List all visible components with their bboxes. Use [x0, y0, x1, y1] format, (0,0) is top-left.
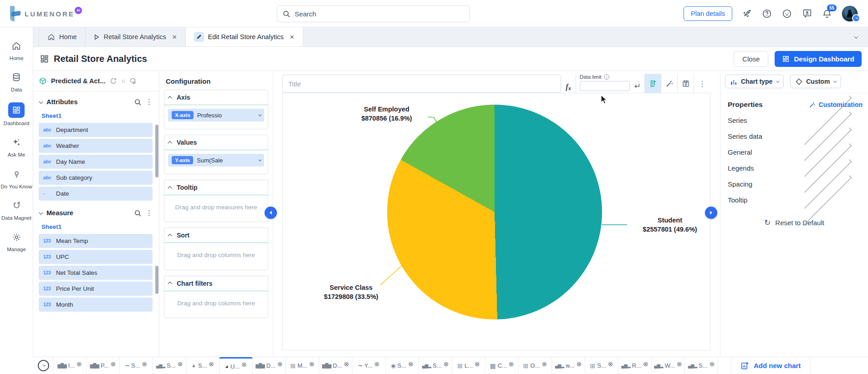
rail-item-data-magnet[interactable]: Data Magnet [0, 195, 32, 225]
lumenore-logo[interactable]: LUMENORE AI [10, 6, 75, 21]
tooltip-section-header[interactable]: Tooltip [164, 180, 268, 195]
magic-wand-icon[interactable] [661, 74, 678, 94]
pie-chart[interactable] [387, 105, 602, 319]
notifications-bell-icon[interactable]: 55 [822, 8, 832, 19]
search-input[interactable] [295, 10, 464, 18]
chart-tab[interactable]: S...⊗ [186, 357, 220, 374]
measure-item[interactable]: 123UPC [39, 250, 153, 264]
close-chart-icon[interactable]: ⊗ [241, 361, 247, 368]
close-chart-icon[interactable]: ⊗ [541, 360, 547, 368]
sort-icon[interactable]: ↑↓ [121, 78, 125, 84]
chart-tab[interactable]: w...⊗ [551, 357, 585, 374]
measures-scrollbar[interactable] [155, 266, 158, 294]
custom-dropdown[interactable]: Custom [790, 75, 841, 88]
close-chart-icon[interactable]: ⊗ [408, 360, 414, 368]
chart-tab[interactable]: M...⊗ [286, 357, 319, 374]
measure-item[interactable]: 123Price Per Unit [39, 282, 153, 296]
attribute-item[interactable]: abcSub category [39, 171, 153, 185]
close-chart-icon[interactable]: ⊗ [309, 360, 315, 368]
chart-tab[interactable]: S...⊗ [585, 357, 618, 374]
chart-filters-dropzone[interactable]: Drag and drop columns here [168, 295, 264, 314]
sort-dropzone[interactable]: Drag and drop columns here [168, 247, 264, 266]
sort-section-header[interactable]: Sort [164, 228, 268, 243]
design-dashboard-button[interactable]: Design Dashboard [775, 51, 862, 67]
rail-item-do-you-know[interactable]: Do You Know [0, 164, 32, 193]
search-icon[interactable] [134, 99, 141, 106]
close-chart-icon[interactable]: ⊗ [344, 360, 349, 368]
measure-item[interactable]: 123Mean Temp [39, 234, 153, 248]
chart-filters-section-header[interactable]: Chart filters [164, 276, 268, 291]
chart-tab[interactable]: D...⊗ [252, 357, 286, 374]
close-chart-icon[interactable]: ⊗ [209, 360, 214, 368]
close-chart-icon[interactable]: ⊗ [374, 360, 380, 368]
info-icon[interactable]: i [604, 74, 609, 80]
help-icon[interactable] [761, 8, 772, 19]
global-search[interactable] [277, 5, 470, 22]
plan-details-button[interactable]: Plan details [684, 6, 732, 21]
property-tooltip[interactable]: Tooltip [720, 192, 868, 208]
chart-tab[interactable]: D...⊗ [319, 357, 352, 374]
rail-item-data[interactable]: Data [0, 67, 32, 96]
dataset-settings-icon[interactable] [129, 77, 137, 85]
chart-tab[interactable]: S...⊗ [419, 357, 452, 374]
chart-tab[interactable]: W...⊗ [651, 357, 685, 374]
data-limit-input[interactable] [580, 81, 630, 91]
chart-tab[interactable]: S...⊗ [385, 357, 419, 374]
refresh-icon[interactable] [110, 77, 117, 85]
close-chart-icon[interactable]: ⊗ [710, 360, 715, 368]
close-chart-icon[interactable]: ⊗ [77, 360, 82, 368]
feedback-icon[interactable] [802, 8, 812, 19]
chart-type-dropdown[interactable]: Chart type [725, 75, 784, 88]
attributes-scrollbar[interactable] [155, 125, 158, 177]
sheet-link[interactable]: Sheet1 [33, 109, 159, 121]
kebab-menu-icon[interactable]: ⋮ [694, 74, 710, 94]
collapse-bar-icon[interactable] [38, 360, 49, 371]
chart-tab-active[interactable]: U...⊗ [219, 357, 253, 374]
previous-chart-arrow[interactable] [265, 207, 277, 219]
chart-tab[interactable]: R...⊗ [618, 357, 652, 374]
close-chart-icon[interactable]: ⊗ [111, 360, 116, 368]
rocket-icon[interactable] [741, 8, 752, 19]
measure-item[interactable]: 123Month [39, 298, 153, 312]
close-chart-icon[interactable]: ⊗ [277, 360, 283, 368]
add-new-chart-button[interactable]: Add new chart [731, 357, 810, 374]
values-section-header[interactable]: Values [164, 135, 268, 150]
attributes-header[interactable]: Attributes ⋮ [33, 91, 159, 109]
attribute-item[interactable]: abcDay Name [39, 155, 153, 169]
chart-tab[interactable]: S...⊗ [684, 357, 718, 374]
tab-retail-store-analytics[interactable]: Retail Store Analytics ✕ [86, 27, 186, 46]
close-button[interactable]: Close [734, 51, 768, 67]
reset-to-default-button[interactable]: ↻ Reset to Default [720, 218, 868, 227]
kebab-menu-icon[interactable]: ⋮ [146, 98, 153, 106]
chart-tab[interactable]: S...⊗ [119, 357, 153, 374]
tabbar-chevron-down-icon[interactable] [850, 31, 861, 42]
formula-fx-icon[interactable]: fx [561, 74, 575, 94]
y-axis-field[interactable]: Y-axis Sum(Sale [168, 154, 264, 167]
axis-section-header[interactable]: Axis [164, 90, 268, 105]
close-chart-icon[interactable]: ⊗ [577, 360, 582, 368]
assistant-icon[interactable] [781, 8, 792, 19]
tab-edit-retail-store-analytics[interactable]: Edit Retail Store Analytics ✕ [186, 27, 303, 46]
close-chart-icon[interactable]: ⊗ [677, 360, 682, 368]
chart-title-input[interactable] [282, 75, 561, 93]
close-chart-icon[interactable]: ⊗ [509, 360, 514, 368]
avatar[interactable] [842, 5, 858, 22]
rail-item-home[interactable]: Home [0, 35, 32, 65]
apply-enter-icon[interactable]: ↵ [633, 74, 644, 94]
search-icon[interactable] [134, 210, 141, 217]
rail-item-manage[interactable]: Manage [0, 227, 32, 256]
chevron-down-icon[interactable] [258, 113, 261, 116]
attribute-item[interactable]: abcDepartment [39, 123, 153, 137]
chart-tab[interactable]: P...⊗ [86, 357, 120, 374]
chart-tab[interactable]: C...⊗ [485, 357, 519, 374]
tooltip-dropzone[interactable]: Drag and drop measures here [168, 199, 264, 218]
close-chart-icon[interactable]: ⊗ [643, 360, 648, 368]
measure-header[interactable]: Measure ⋮ [33, 202, 159, 220]
attribute-item[interactable]: abcWeather [39, 139, 153, 153]
kebab-menu-icon[interactable]: ⋮ [146, 209, 153, 217]
chart-tab[interactable]: Y...⊗ [352, 357, 386, 374]
customization-link[interactable]: Customization [809, 101, 863, 108]
rail-item-ask-me[interactable]: Ask Me [0, 132, 32, 162]
x-axis-field[interactable]: X-axis Professio [168, 109, 264, 121]
close-tab-icon[interactable]: ✕ [290, 34, 295, 40]
